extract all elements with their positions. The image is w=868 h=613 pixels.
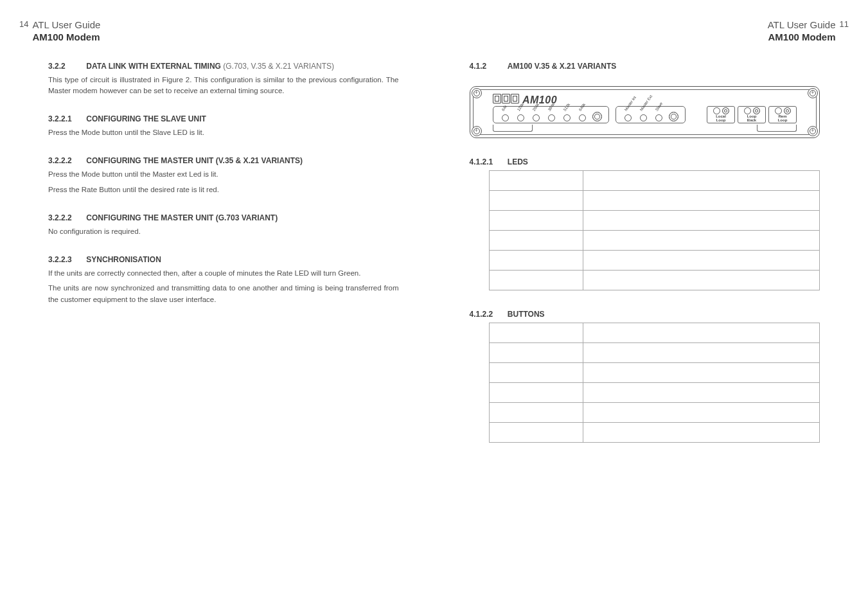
rate-640k: 640k: [577, 108, 589, 121]
title-block-left: ATL User Guide AM100 Modem: [32, 19, 100, 44]
secnum: 3.2.2.2: [48, 156, 84, 165]
foot-icon: [493, 125, 533, 132]
sectitle: CONFIGURING THE MASTER UNIT (V.35 & X.21…: [86, 156, 303, 165]
led-icon: [624, 114, 632, 121]
doc-title-line1-right: ATL User Guide: [768, 19, 836, 31]
table-row: [489, 342, 820, 362]
body-p5b: The units are now synchronized and trans…: [48, 283, 399, 305]
screw-icon: [472, 126, 482, 136]
table-row: [489, 250, 820, 270]
rate-128k: 128k: [515, 108, 527, 121]
cell: [489, 323, 583, 342]
table-row: [489, 323, 820, 342]
page-spread: 14 ATL User Guide AM100 Modem 3.2.2 DATA…: [0, 0, 868, 613]
secnum: 3.2.2.1: [48, 114, 84, 123]
body-p3b: Press the Rate Button until the desired …: [48, 184, 399, 195]
doc-title-line1-left: ATL User Guide: [32, 19, 100, 31]
sectitle: DATA LINK WITH EXTERNAL TIMING (G.703, V…: [86, 62, 334, 71]
screw-icon: [472, 88, 482, 98]
brand-logo: AM100: [493, 94, 558, 106]
panel-feet: [479, 125, 811, 132]
led-icon: [533, 114, 540, 121]
screw-icon: [808, 126, 818, 136]
sectitle: AM100 V.35 & X.21 VARIANTS: [508, 62, 616, 71]
cell: [583, 342, 820, 362]
sectitle: SYNCHRONISATION: [86, 255, 161, 264]
brand-mark-icon: [502, 94, 510, 103]
cell: [583, 382, 820, 402]
section-3-2-2-3: 3.2.2.3 SYNCHRONISATION: [48, 255, 399, 264]
content-right: 4.1.2 AM100 V.35 & X.21 VARIANTS AM100: [470, 62, 820, 443]
section-3-2-2-2b: 3.2.2.2 CONFIGURING THE MASTER UNIT (G.7…: [48, 213, 399, 222]
cell: [489, 210, 583, 230]
cell: [489, 190, 583, 210]
brand-mark-icon: [511, 94, 519, 103]
cell: [583, 422, 820, 442]
led-icon: [548, 114, 555, 121]
cell: [489, 362, 583, 382]
panel-inner: AM100 64k 128k 256k 384k 512k 640k: [473, 89, 817, 135]
panel-controls-row: 64k 128k 256k 384k 512k 640k Master Int …: [479, 106, 811, 125]
cell: [583, 210, 820, 230]
rate-group: 64k 128k 256k 384k 512k 640k: [493, 106, 609, 123]
header-right: ATL User Guide AM100 Modem 11: [470, 19, 849, 44]
cell: [489, 270, 583, 290]
mode-button: [669, 112, 678, 121]
sectitle: CONFIGURING THE SLAVE UNIT: [86, 114, 206, 123]
led-icon: [640, 114, 647, 121]
cell: [489, 250, 583, 270]
table-row: [489, 230, 820, 250]
sectitle: LEDS: [508, 157, 528, 166]
body-p4: No configuration is required.: [48, 226, 399, 237]
brand-mark-icon: [493, 94, 501, 103]
secnum: 3.2.2.3: [48, 255, 84, 264]
table-row: [489, 210, 820, 230]
test-button: [753, 107, 760, 114]
loop-back-group: LoopBack: [738, 106, 766, 123]
led-icon: [517, 114, 524, 121]
secnum: 4.1.2.2: [470, 310, 506, 319]
table-row: [489, 270, 820, 290]
foot-icon: [757, 125, 797, 132]
section-4-1-2-1: 4.1.2.1 LEDS: [470, 157, 820, 166]
page-number-left: 14: [19, 19, 28, 29]
cell: [489, 230, 583, 250]
screw-icon: [808, 88, 818, 98]
table-row: [489, 190, 820, 210]
cell: [583, 170, 820, 190]
cell: [583, 250, 820, 270]
body-p1: This type of circuit is illustrated in F…: [48, 75, 399, 97]
content-left: 3.2.2 DATA LINK WITH EXTERNAL TIMING (G.…: [48, 62, 399, 305]
rate-384k: 384k: [546, 108, 558, 121]
section-3-2-2-2a: 3.2.2.2 CONFIGURING THE MASTER UNIT (V.3…: [48, 156, 399, 165]
section-3-2-2: 3.2.2 DATA LINK WITH EXTERNAL TIMING (G.…: [48, 62, 399, 71]
tg-label: RemLoop: [778, 114, 788, 122]
secnum: 3.2.2.2: [48, 213, 84, 222]
body-p5a: If the units are correctly connected the…: [48, 268, 399, 279]
leds-table: [489, 170, 820, 290]
secnum: 3.2.2: [48, 62, 84, 71]
table-row: [489, 170, 820, 190]
mode-group: Master Int Master Ext Slave: [616, 106, 686, 123]
doc-title-line2-right: AM100 Modem: [768, 31, 836, 44]
table-row: [489, 362, 820, 382]
cell: [583, 230, 820, 250]
led-icon: [655, 114, 662, 121]
led-icon: [775, 107, 782, 114]
mode-master-int: Master Int: [623, 108, 634, 121]
doc-title-line2-left: AM100 Modem: [32, 31, 100, 44]
rem-loop-group: RemLoop: [768, 106, 797, 123]
test-groups: LocalLoop LoopBack RemLoop: [707, 106, 797, 123]
page-number-right: 11: [840, 19, 849, 29]
body-p3a: Press the Mode button until the Master e…: [48, 169, 399, 180]
led-icon: [713, 107, 720, 114]
local-loop-group: LocalLoop: [707, 106, 735, 123]
front-panel-figure: AM100 64k 128k 256k 384k 512k 640k: [470, 86, 820, 138]
rate-64k: 64k: [500, 108, 511, 121]
led-icon: [563, 114, 571, 121]
led-icon: [502, 114, 509, 121]
cell: [489, 170, 583, 190]
table-row: [489, 422, 820, 442]
tg-label: LoopBack: [747, 114, 757, 122]
section-4-1-2-2: 4.1.2.2 BUTTONS: [470, 310, 820, 319]
